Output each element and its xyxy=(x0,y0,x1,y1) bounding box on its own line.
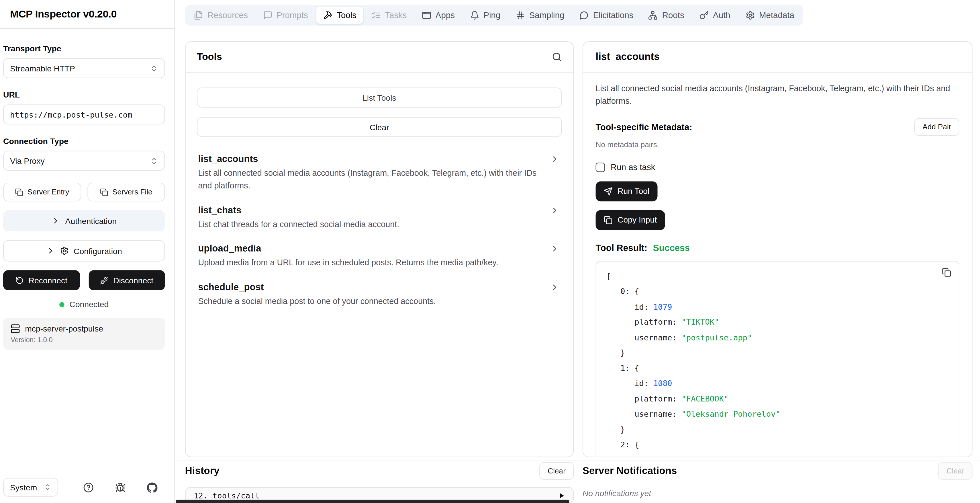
run-tool-button[interactable]: Run Tool xyxy=(596,181,658,201)
history-title: History xyxy=(185,465,220,477)
transport-type-select[interactable]: Streamable HTTP xyxy=(3,58,165,78)
code-line: } xyxy=(606,346,949,361)
reconnect-label: Reconnect xyxy=(29,276,68,285)
authentication-label: Authentication xyxy=(65,216,117,226)
tab-prompts[interactable]: Prompts xyxy=(256,7,315,24)
tab-roots[interactable]: Roots xyxy=(641,7,691,24)
tool-name: upload_media xyxy=(198,243,544,254)
reconnect-button[interactable]: Reconnect xyxy=(3,270,80,290)
add-pair-button[interactable]: Add Pair xyxy=(915,118,959,136)
list-checks-icon xyxy=(371,11,381,20)
tab-elicitations[interactable]: Elicitations xyxy=(573,7,640,24)
unplug-icon xyxy=(100,276,108,284)
tab-tasks[interactable]: Tasks xyxy=(364,7,414,24)
code-line: 0: { xyxy=(606,284,949,299)
message-circle-icon xyxy=(579,11,589,20)
tab-sampling[interactable]: Sampling xyxy=(509,7,571,24)
tool-description: Schedule a social media post to one of y… xyxy=(198,295,544,308)
servers-file-button[interactable]: Servers File xyxy=(87,183,165,201)
configuration-section[interactable]: Configuration xyxy=(3,240,165,262)
server-entry-button[interactable]: Server Entry xyxy=(3,183,81,201)
server-name: mcp-server-postpulse xyxy=(25,324,103,334)
connection-type-select[interactable]: Via Proxy xyxy=(3,151,165,171)
server-version: Version: 1.0.0 xyxy=(11,336,158,343)
tool-item-list_accounts[interactable]: list_accounts List all connected social … xyxy=(197,147,562,198)
tool-result-label: Tool Result: xyxy=(596,243,648,253)
code-line: [ xyxy=(606,269,949,284)
connection-type-label: Connection Type xyxy=(3,136,165,146)
tab-label: Resources xyxy=(207,11,248,20)
copy-icon xyxy=(15,188,23,196)
tab-metadata[interactable]: Metadata xyxy=(738,7,801,24)
transport-type-value: Streamable HTTP xyxy=(10,63,75,73)
no-metadata-text: No metadata pairs. xyxy=(596,140,959,149)
notifications-empty-text: No notifications yet xyxy=(582,489,972,498)
tab-apps[interactable]: Apps xyxy=(415,7,461,24)
search-button[interactable] xyxy=(552,52,562,62)
chevron-right-icon xyxy=(550,244,559,254)
chevrons-up-down-icon xyxy=(150,64,158,72)
metadata-label: Tool-specific Metadata: xyxy=(596,122,692,132)
tab-auth[interactable]: Auth xyxy=(692,7,737,24)
copy-result-button[interactable] xyxy=(942,268,951,277)
history-panel: History Clear 12. tools/call xyxy=(185,462,574,503)
github-button[interactable] xyxy=(147,482,158,493)
disconnect-button[interactable]: Disconnect xyxy=(89,270,165,290)
clear-history-button[interactable]: Clear xyxy=(539,462,574,480)
history-entry-label: 12. tools/call xyxy=(194,491,259,500)
authentication-section[interactable]: Authentication xyxy=(3,210,165,232)
code-line: } xyxy=(606,422,949,438)
app-window-icon xyxy=(422,11,431,20)
network-icon xyxy=(649,11,658,20)
url-label: URL xyxy=(3,90,165,99)
chevron-right-icon xyxy=(51,217,60,225)
debug-button[interactable] xyxy=(115,482,126,493)
code-line: 1: { xyxy=(606,361,949,376)
copy-icon xyxy=(942,268,951,277)
settings-icon xyxy=(745,11,755,20)
rotate-ccw-icon xyxy=(16,276,24,284)
tool-description: List all connected social media accounts… xyxy=(198,167,544,192)
tab-label: Auth xyxy=(713,11,730,20)
chevrons-up-down-icon xyxy=(150,156,158,164)
notifications-panel: Server Notifications Clear No notificati… xyxy=(582,462,972,498)
key-icon xyxy=(699,11,709,20)
notifications-title: Server Notifications xyxy=(582,465,677,477)
copy-icon xyxy=(604,216,612,225)
code-line: id: 1079 xyxy=(606,300,949,315)
tool-name: list_chats xyxy=(198,204,544,215)
tab-label: Sampling xyxy=(529,11,565,20)
server-info-card: mcp-server-postpulse Version: 1.0.0 xyxy=(3,318,165,350)
tab-label: Roots xyxy=(662,11,684,20)
copy-input-button[interactable]: Copy Input xyxy=(596,210,665,230)
run-as-task-checkbox[interactable] xyxy=(596,163,605,172)
tool-description: List chat threads for a connected social… xyxy=(198,218,544,230)
sidebar-footer: System xyxy=(3,478,165,497)
tab-resources[interactable]: Resources xyxy=(187,7,255,24)
code-line: 2: { xyxy=(606,438,949,452)
tool-list: list_accounts List all connected social … xyxy=(197,147,562,314)
tab-tools[interactable]: Tools xyxy=(316,7,363,24)
tab-ping[interactable]: Ping xyxy=(463,7,507,24)
code-line: username: "Oleksandr Pohorelov" xyxy=(606,407,949,422)
circle-help-icon xyxy=(83,482,94,493)
list-tools-button[interactable]: List Tools xyxy=(197,88,562,107)
tab-bar: Resources Prompts Tools Tasks Apps Ping … xyxy=(185,5,803,26)
help-button[interactable] xyxy=(83,482,94,493)
tool-item-upload_media[interactable]: upload_media Upload media from a URL for… xyxy=(197,236,562,275)
tool-item-list_chats[interactable]: list_chats List chat threads for a conne… xyxy=(197,198,562,237)
url-input[interactable] xyxy=(3,104,165,125)
servers-file-label: Servers File xyxy=(112,188,153,196)
sidebar-header: MCP Inspector v0.20.0 xyxy=(0,0,175,29)
bottom-divider xyxy=(175,460,980,460)
chevrons-up-down-icon xyxy=(44,484,51,491)
tool-item-schedule_post[interactable]: schedule_post Schedule a social media po… xyxy=(197,275,562,314)
clear-notifications-button[interactable]: Clear xyxy=(939,462,972,480)
clear-tools-button[interactable]: Clear xyxy=(197,117,562,137)
transport-type-label: Transport Type xyxy=(3,44,165,53)
tool-name: schedule_post xyxy=(198,282,544,292)
code-line: platform: "TIKTOK" xyxy=(606,315,949,330)
system-select[interactable]: System xyxy=(3,478,58,497)
bell-icon xyxy=(470,11,479,20)
connection-type-value: Via Proxy xyxy=(10,156,45,166)
